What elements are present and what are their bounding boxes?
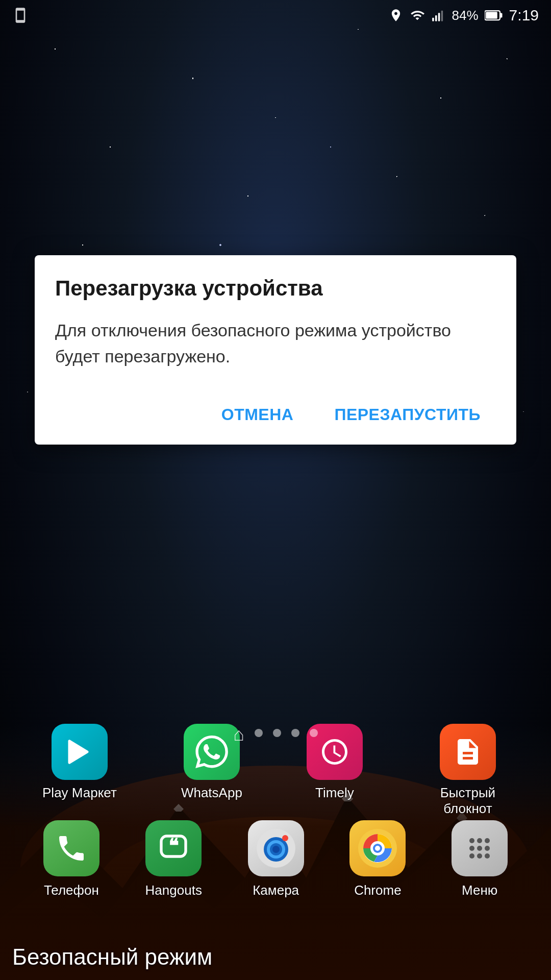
dialog-body: Для отключения безопасного режима устрой… <box>55 317 496 370</box>
dialog-overlay: Перезагрузка устройства Для отключения б… <box>0 0 551 980</box>
cancel-button[interactable]: ОТМЕНА <box>206 395 309 434</box>
restart-dialog: Перезагрузка устройства Для отключения б… <box>35 255 516 445</box>
restart-button[interactable]: ПЕРЕЗАПУСТИТЬ <box>319 395 496 434</box>
dialog-title: Перезагрузка устройства <box>55 276 496 301</box>
dialog-buttons: ОТМЕНА ПЕРЕЗАПУСТИТЬ <box>55 390 496 434</box>
